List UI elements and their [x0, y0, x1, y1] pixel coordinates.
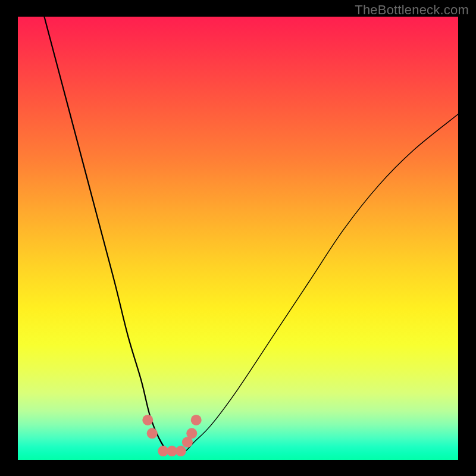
highlight-markers — [142, 415, 201, 456]
curve-layer — [18, 17, 458, 460]
highlight-marker — [191, 415, 202, 425]
bottleneck-curve-right — [159, 114, 458, 452]
watermark-text: TheBottleneck.com — [355, 2, 469, 18]
highlight-marker — [176, 446, 186, 456]
bottleneck-curve — [44, 17, 176, 452]
chart-frame: TheBottleneck.com — [0, 0, 476, 476]
highlight-marker — [142, 415, 153, 425]
plot-area — [18, 17, 458, 460]
highlight-marker — [147, 428, 158, 439]
highlight-marker — [186, 428, 197, 439]
